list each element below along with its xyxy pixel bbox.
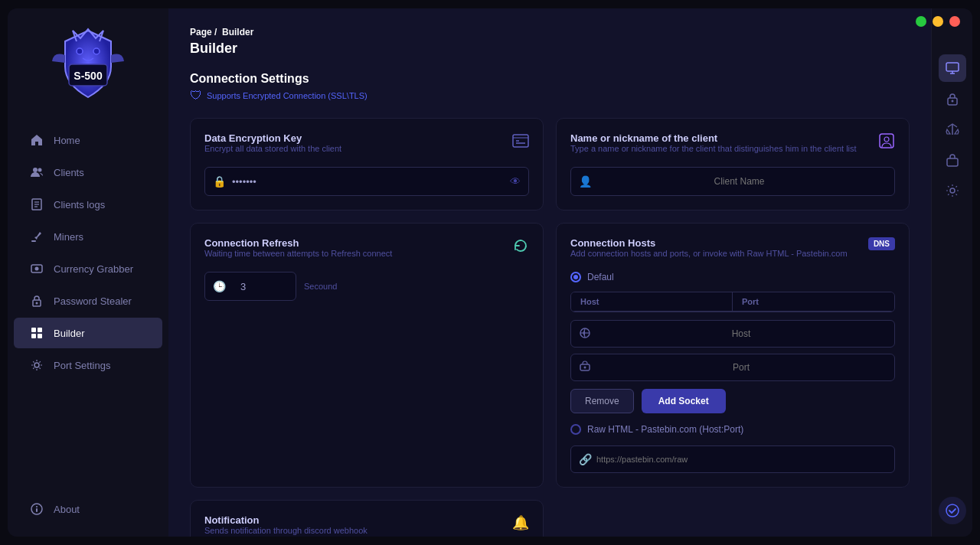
mini-bottom	[939, 497, 966, 537]
client-name-input-wrapper[interactable]: 👤	[570, 167, 895, 196]
logo-area: S-500	[42, 21, 134, 113]
mini-check-icon[interactable]	[939, 497, 966, 524]
refresh-number-wrapper[interactable]: 🕒	[204, 272, 296, 301]
page-title: Builder	[190, 41, 910, 57]
socket-inputs	[570, 320, 895, 381]
minimize-button[interactable]	[916, 16, 926, 27]
encryption-input-wrapper[interactable]: 🔒 👁	[204, 167, 529, 196]
sidebar: S-500 Home	[8, 8, 168, 537]
notification-desc2: when client is online	[204, 535, 279, 537]
radio-group: Defaul	[570, 272, 895, 282]
mini-gear-icon[interactable]	[939, 177, 966, 204]
main-layout: S-500 Home	[8, 8, 972, 537]
port-settings-icon	[29, 357, 44, 373]
sidebar-item-builder[interactable]: Builder	[14, 318, 162, 348]
currency-grabber-icon	[29, 261, 44, 276]
encryption-card-icon	[512, 132, 529, 153]
svg-rect-16	[38, 328, 42, 332]
encryption-key-input[interactable]	[226, 176, 510, 188]
nav-items: Home Clients Clients logs	[8, 125, 168, 380]
mini-sidebar	[931, 8, 972, 537]
sidebar-item-clients[interactable]: Clients	[14, 157, 162, 188]
radio-default-label: Defaul	[587, 272, 614, 282]
sidebar-label-currency-grabber: Currency Grabber	[54, 263, 133, 275]
link-icon: 🔗	[579, 453, 592, 465]
eye-icon[interactable]: 👁	[510, 175, 521, 188]
app-window: S-500 Home	[8, 8, 972, 537]
card-hosts-desc: Add connection hosts and ports, or invok…	[570, 249, 848, 258]
svg-rect-39	[947, 158, 958, 166]
remove-button[interactable]: Remove	[570, 389, 634, 413]
svg-rect-15	[31, 328, 36, 332]
host-input[interactable]	[596, 328, 887, 339]
sidebar-label-home: Home	[54, 135, 80, 146]
notification-desc1: Sends notification through discord webho…	[204, 526, 368, 535]
nav-bottom: About	[8, 494, 168, 537]
svg-point-12	[35, 267, 39, 271]
card-refresh-header: Connection Refresh Waiting time between …	[204, 237, 529, 269]
svg-point-3	[93, 48, 100, 54]
refresh-input-row: 🕒 Secound	[204, 272, 529, 301]
port-input[interactable]	[596, 362, 887, 373]
svg-point-28	[884, 137, 889, 142]
card-encryption-header: Data Encryption Key Encrypt all data sto…	[204, 132, 529, 164]
maximize-button[interactable]	[933, 16, 943, 27]
svg-point-21	[36, 506, 38, 507]
card-notification-title: Notification	[204, 514, 368, 526]
svg-point-40	[950, 188, 955, 193]
close-button[interactable]	[949, 16, 960, 27]
pastebin-input-wrapper[interactable]: 🔗	[570, 445, 895, 473]
mini-scale-icon[interactable]	[939, 116, 966, 143]
sidebar-label-port-settings: Port Settings	[54, 360, 110, 371]
port-input-wrapper[interactable]	[570, 354, 895, 381]
card-client-name-desc: Type a name or nickname for the client t…	[570, 144, 857, 153]
section-subtitle: 🛡 Supports Encrypted Connection (SSL\TLS…	[190, 89, 910, 103]
breadcrumb-current: Builder	[222, 27, 253, 38]
sidebar-item-currency-grabber[interactable]: Currency Grabber	[14, 253, 162, 284]
svg-point-32	[584, 366, 586, 368]
sidebar-item-password-stealer[interactable]: Password Stealer	[14, 286, 162, 316]
sidebar-item-about[interactable]: About	[14, 494, 162, 524]
host-input-wrapper[interactable]	[570, 320, 895, 348]
sidebar-item-miners[interactable]: Miners	[14, 221, 162, 252]
svg-point-41	[946, 504, 959, 517]
sidebar-item-home[interactable]: Home	[14, 125, 162, 155]
card-refresh-desc: Waiting time between attempts to Refresh…	[204, 249, 392, 258]
ssl-label: Supports Encrypted Connection (SSL\TLS)	[207, 91, 368, 100]
sidebar-item-clients-logs[interactable]: Clients logs	[14, 189, 162, 220]
mini-bag-icon[interactable]	[939, 146, 966, 174]
card-encryption-desc: Encrypt all data stored with the client	[204, 144, 341, 153]
client-name-input[interactable]	[592, 176, 887, 187]
svg-rect-17	[31, 334, 36, 338]
svg-point-37	[951, 100, 953, 103]
password-stealer-icon	[29, 293, 44, 308]
sidebar-item-port-settings[interactable]: Port Settings	[14, 350, 162, 380]
main-content: Page / Builder Builder Connection Settin…	[168, 8, 931, 537]
sidebar-label-builder: Builder	[54, 328, 84, 339]
svg-point-2	[77, 48, 83, 54]
card-client-name-header: Name or nickname of the client Type a na…	[570, 132, 895, 164]
svg-rect-23	[513, 135, 528, 147]
logo-icon: S-500	[46, 24, 130, 109]
card-encryption: Data Encryption Key Encrypt all data sto…	[190, 118, 544, 210]
section-title: Connection Settings	[190, 72, 910, 86]
radio-raw[interactable]: Raw HTML - Pastebin.com (Host:Port)	[570, 424, 895, 435]
refresh-value-input[interactable]	[226, 281, 272, 292]
mini-lock-icon[interactable]	[939, 85, 966, 113]
radio-default[interactable]: Defaul	[570, 272, 895, 282]
user-icon: 👤	[579, 175, 592, 188]
notification-card-icon: 🔔	[512, 514, 529, 531]
sidebar-label-password-stealer: Password Stealer	[54, 295, 132, 307]
sidebar-label-clients: Clients	[54, 167, 84, 178]
btn-row: Remove Add Socket	[570, 389, 895, 413]
card-notification-desc: Sends notification through discord webho…	[204, 526, 368, 537]
card-connection-refresh: Connection Refresh Waiting time between …	[190, 223, 544, 488]
add-socket-button[interactable]: Add Socket	[642, 389, 726, 413]
card-hosts-title: Connection Hosts	[570, 237, 848, 249]
svg-rect-22	[36, 508, 38, 512]
radio-default-circle	[570, 272, 581, 282]
pastebin-input[interactable]	[596, 455, 887, 464]
mini-monitor-icon[interactable]	[939, 54, 966, 82]
dns-badge: DNS	[868, 237, 895, 250]
home-icon	[29, 132, 44, 148]
